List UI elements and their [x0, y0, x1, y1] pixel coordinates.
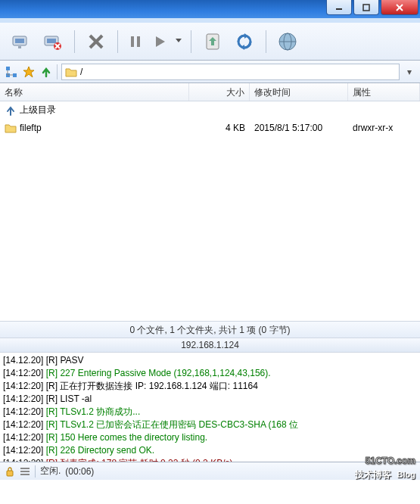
folder-icon — [65, 67, 77, 77]
file-modified: 2015/8/1 5:17:00 — [250, 121, 348, 135]
svg-rect-31 — [20, 468, 30, 469]
up-dir-icon[interactable] — [39, 65, 53, 79]
table-row[interactable]: fileftp4 KB2015/8/1 5:17:00drwxr-xr-x — [0, 119, 420, 136]
path-bar: ▾ — [0, 61, 420, 83]
svg-rect-8 — [47, 39, 56, 43]
col-modified[interactable]: 修改时间 — [250, 83, 348, 101]
minimize-button[interactable] — [326, 0, 352, 15]
play-dropdown-icon[interactable] — [174, 32, 183, 51]
file-list-header: 名称 大小 修改时间 属性 — [0, 83, 420, 101]
log-line: [14:12:20] [R] 227 Entering Passive Mode… — [3, 367, 417, 380]
status-idle: 空闲. — [40, 465, 61, 478]
svg-marker-29 — [23, 67, 34, 77]
svg-rect-24 — [6, 67, 10, 70]
svg-rect-33 — [20, 474, 30, 475]
list-icon[interactable] — [20, 466, 30, 477]
col-attr[interactable]: 属性 — [348, 83, 420, 101]
window-controls — [326, 0, 418, 15]
parent-dir-row[interactable]: 上级目录 — [0, 101, 420, 119]
bookmark-icon[interactable] — [22, 65, 36, 79]
path-input[interactable] — [80, 67, 396, 77]
file-attr — [348, 109, 420, 112]
svg-rect-14 — [131, 36, 134, 47]
file-attr: drwxr-xr-x — [348, 121, 420, 135]
file-name: fileftp — [20, 123, 42, 133]
nav-separator — [57, 64, 58, 79]
transfer-icon[interactable] — [199, 28, 226, 55]
refresh-icon[interactable] — [231, 28, 258, 55]
main-toolbar — [0, 23, 420, 61]
file-size: 4 KB — [189, 121, 250, 135]
svg-rect-6 — [18, 46, 21, 48]
svg-rect-30 — [7, 471, 13, 476]
globe-icon[interactable] — [274, 28, 301, 55]
lock-icon — [5, 466, 15, 477]
toolbar-separator — [74, 30, 75, 53]
log-line: [14:12:20] [R] LIST -al — [3, 393, 417, 406]
svg-rect-5 — [15, 39, 24, 43]
disconnect-icon[interactable] — [39, 28, 67, 55]
toolbar-separator — [117, 30, 118, 53]
log-line: [14.12.20] [R] PASV — [3, 354, 417, 367]
svg-marker-17 — [176, 39, 182, 42]
play-icon[interactable] — [150, 32, 170, 51]
path-input-container — [61, 64, 400, 80]
file-size — [189, 109, 250, 112]
toolbar-separator — [191, 30, 191, 53]
abort-icon[interactable] — [82, 28, 110, 55]
col-name[interactable]: 名称 — [0, 83, 189, 101]
svg-rect-15 — [137, 36, 140, 47]
log-line: [14:12:20] [R] 正在打开数据连接 IP: 192.168.1.12… — [3, 380, 417, 393]
close-button[interactable] — [381, 0, 418, 15]
log-line: [14:12:20] [R] 226 Directory send OK. — [3, 444, 417, 457]
file-name: 上级目录 — [20, 104, 56, 117]
connect-icon[interactable] — [8, 28, 35, 55]
log-panel[interactable]: [14.12.20] [R] PASV[14:12:20] [R] 227 En… — [0, 353, 420, 462]
svg-marker-16 — [156, 36, 165, 47]
status-separator — [35, 465, 36, 478]
pause-icon[interactable] — [126, 32, 145, 51]
tree-view-icon[interactable] — [5, 65, 18, 79]
up-arrow-icon — [5, 105, 17, 116]
status-time: (00:06) — [65, 466, 94, 477]
log-line: [14:12:20] [R] 150 Here comes the direct… — [3, 431, 417, 444]
svg-rect-1 — [363, 5, 369, 11]
svg-rect-32 — [20, 471, 30, 472]
log-line: [14:12:20] [R] TLSv1.2 协商成功... — [3, 406, 417, 418]
summary-bar: 0 个文件, 1 个文件夹, 共计 1 项 (0 字节) — [0, 321, 420, 338]
window-titlebar — [0, 0, 420, 23]
file-list[interactable]: 上级目录fileftp4 KB2015/8/1 5:17:00drwxr-xr-… — [0, 101, 420, 321]
col-size[interactable]: 大小 — [189, 83, 250, 101]
status-bar: 空闲. (00:06) — [0, 462, 420, 480]
path-dropdown-icon[interactable]: ▾ — [403, 67, 415, 77]
log-line: [14:12:20] [R] TLSv1.2 已加密会话正在使用密码 DES-C… — [3, 418, 417, 431]
ip-bar: 192.168.1.124 — [0, 338, 420, 353]
file-modified — [250, 109, 348, 112]
toolbar-separator — [266, 30, 266, 53]
svg-rect-26 — [13, 73, 17, 77]
folder-icon — [5, 123, 17, 133]
maximize-button[interactable] — [353, 0, 379, 15]
